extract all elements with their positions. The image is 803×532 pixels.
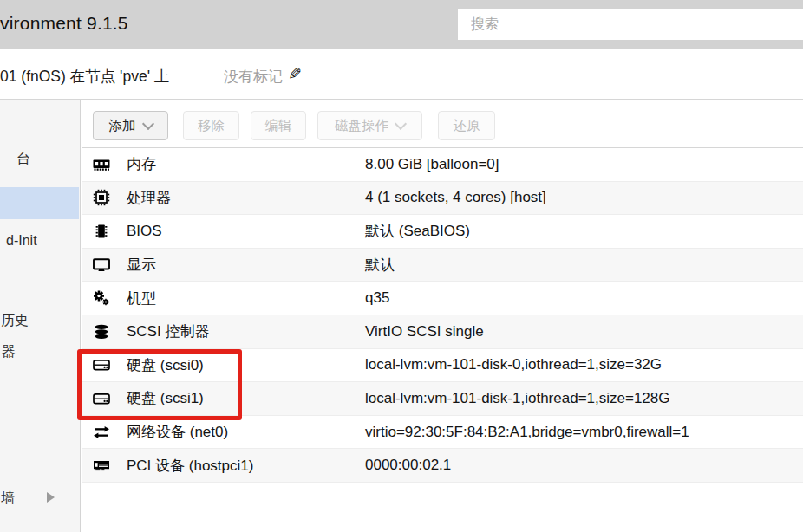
table-row-pci-device[interactable]: PCI 设备 (hostpci1) 0000:00:02.1: [82, 449, 803, 483]
table-row-display[interactable]: 显示 默认: [82, 249, 803, 282]
sidebar-menu: 台 d-Init 历史 器 墙: [0, 100, 81, 532]
edit-button-label: 编辑: [265, 117, 292, 135]
revert-button[interactable]: 还原: [438, 111, 495, 140]
row-label: 机型: [127, 289, 156, 308]
table-row-bios[interactable]: BIOS 默认 (SeaBIOS): [82, 215, 803, 249]
memory-icon: [93, 156, 110, 173]
toolbar: 添加 移除 编辑 磁盘操作 还原: [82, 100, 803, 148]
content-area: 台 d-Init 历史 器 墙 添加 移除 编辑: [0, 99, 803, 532]
table-row-hard-disk-scsi1[interactable]: 硬盘 (scsi1) local-lvm:vm-101-disk-1,iothr…: [82, 382, 803, 416]
proxmox-app: vironment 9.1.5 01 (fnOS) 在节点 'pve' 上 没有…: [0, 0, 803, 532]
row-label: PCI 设备 (hostpci1): [127, 456, 253, 476]
row-value: VirtIO SCSI single: [365, 323, 484, 341]
row-value: local-lvm:vm-101-disk-0,iothread=1,size=…: [365, 356, 662, 373]
edit-button[interactable]: 编辑: [251, 111, 306, 140]
row-value: 默认 (SeaBIOS): [365, 221, 470, 241]
hardware-table: 内存 8.00 GiB [balloon=0] 处理器 4 (1 sockets…: [82, 148, 803, 483]
add-button-label: 添加: [109, 117, 136, 135]
remove-button-label: 移除: [198, 117, 225, 135]
disk-action-button-label: 磁盘操作: [335, 117, 388, 135]
row-value: 0000:00:02.1: [365, 457, 451, 474]
row-value: q35: [365, 289, 389, 307]
row-value: virtio=92:30:5F:84:B2:A1,bridge=vmbr0,fi…: [365, 424, 689, 441]
expand-arrow-icon[interactable]: [47, 492, 55, 503]
display-icon: [93, 256, 110, 274]
sidebar-item-monitor[interactable]: 器: [2, 343, 16, 361]
add-button[interactable]: 添加: [93, 111, 168, 140]
edit-tags-pencil-icon[interactable]: ✎: [288, 64, 302, 84]
chevron-down-icon: [395, 117, 407, 129]
database-icon: [93, 323, 110, 341]
hardware-panel: 添加 移除 编辑 磁盘操作 还原: [82, 100, 803, 532]
pci-card-icon: [93, 457, 110, 474]
sidebar-item-task-history[interactable]: 历史: [1, 312, 29, 330]
row-label: 硬盘 (scsi0): [127, 355, 204, 375]
sidebar-item-firewall[interactable]: 墙: [1, 490, 15, 508]
table-row-hard-disk-scsi0[interactable]: 硬盘 (scsi0) local-lvm:vm-101-disk-0,iothr…: [82, 349, 803, 383]
disk-action-button[interactable]: 磁盘操作: [317, 111, 422, 140]
table-row-scsi-controller[interactable]: SCSI 控制器 VirtIO SCSI single: [82, 315, 803, 349]
breadcrumb-bar: 01 (fnOS) 在节点 'pve' 上 没有标记 ✎: [0, 49, 803, 99]
hdd-icon: [93, 356, 110, 373]
exchange-icon: [93, 424, 110, 441]
bios-chip-icon: [93, 223, 110, 240]
row-label: SCSI 控制器: [127, 321, 209, 341]
remove-button[interactable]: 移除: [183, 111, 239, 140]
row-value: local-lvm:vm-101-disk-1,iothread=1,size=…: [365, 390, 670, 407]
row-label: BIOS: [127, 223, 162, 240]
row-label: 硬盘 (scsi1): [127, 388, 204, 408]
search-input[interactable]: [458, 9, 803, 40]
cogs-icon: [93, 289, 110, 307]
tags-label: 没有标记: [224, 67, 283, 87]
app-title: vironment 9.1.5: [0, 13, 128, 34]
sidebar-item-console[interactable]: 台: [16, 150, 30, 168]
vm-title: 01 (fnOS) 在节点 'pve' 上: [0, 66, 169, 87]
row-value: 4 (1 sockets, 4 cores) [host]: [365, 189, 546, 206]
cpu-icon: [93, 189, 110, 206]
sidebar-item-cloud-init[interactable]: d-Init: [6, 233, 37, 249]
table-row-machine[interactable]: 机型 q35: [82, 282, 803, 315]
chevron-down-icon: [141, 117, 153, 129]
row-value: 8.00 GiB [balloon=0]: [365, 156, 499, 173]
table-row-network-device[interactable]: 网络设备 (net0) virtio=92:30:5F:84:B2:A1,bri…: [82, 416, 803, 450]
row-value: 默认: [365, 255, 395, 275]
table-row-processor[interactable]: 处理器 4 (1 sockets, 4 cores) [host]: [82, 182, 803, 216]
sidebar-item-hardware-selected[interactable]: [0, 187, 79, 219]
row-label: 处理器: [127, 188, 171, 208]
revert-button-label: 还原: [454, 117, 480, 135]
hdd-icon: [93, 390, 110, 407]
table-row-memory[interactable]: 内存 8.00 GiB [balloon=0]: [82, 148, 803, 182]
row-label: 内存: [127, 154, 156, 174]
row-label: 网络设备 (net0): [127, 422, 228, 442]
top-header: vironment 9.1.5: [0, 0, 803, 49]
row-label: 显示: [127, 255, 156, 275]
